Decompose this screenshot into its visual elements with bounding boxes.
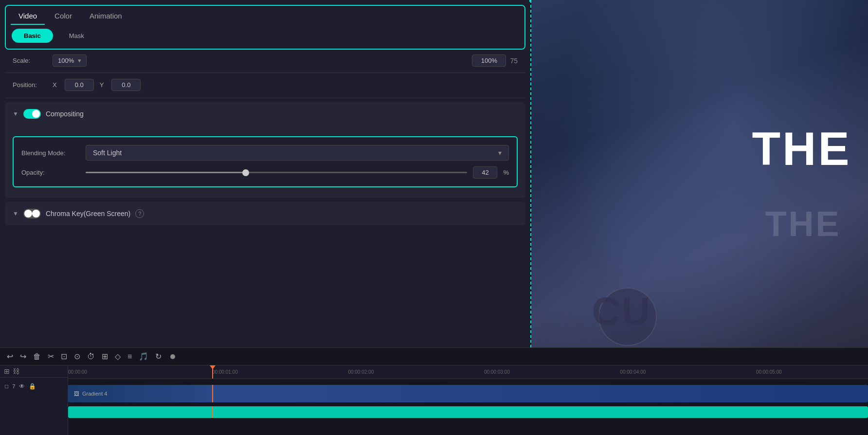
track-content: 🖼 Gradient 4 (68, 379, 868, 435)
blending-mode-label: Blending Mode: (21, 149, 80, 157)
track-labels: ⊞ ⛓ □ 7 👁 🔒 (0, 365, 68, 435)
timeline-ruler: 00:00:00 00:00:01:00 00:00:02:00 00:00:0… (68, 365, 868, 379)
add-layer-icon[interactable]: ⊞ (4, 367, 10, 375)
blending-mode-dropdown[interactable]: Soft Light ▾ (86, 145, 509, 161)
lock-icon[interactable]: 🔒 (29, 383, 36, 390)
timeline-content: ⊞ ⛓ □ 7 👁 🔒 00:00:00 00:00:01:00 00:00:0… (0, 365, 868, 435)
undo-icon[interactable]: ↩ (7, 352, 13, 361)
timeline-area: ↩ ↪ 🗑 ✂ ⊡ ⊙ ⏱ ⊞ ◇ ≡ 🎵 ↻ ⊞ ⛓ □ 7 👁 🔒 (0, 347, 868, 435)
time-marker-5: 00:00:05:00 (756, 369, 782, 375)
chroma-key-help[interactable]: ? (135, 209, 144, 218)
time-marker-1: 00:00:01:00 (212, 369, 238, 375)
position-row: Position: X 0.0 Y 0.0 (5, 74, 525, 96)
screen-icon[interactable]: ⊞ (102, 352, 108, 361)
preview-text-ghost: THE (765, 204, 841, 244)
compositing-chevron: ▼ (13, 110, 18, 117)
delete-icon[interactable]: 🗑 (33, 352, 41, 361)
layer-controls: ⊞ ⛓ (0, 365, 68, 378)
copy-icon[interactable]: ⊙ (74, 352, 80, 361)
opacity-slider[interactable] (86, 172, 467, 173)
diamond-icon[interactable]: ◇ (115, 352, 121, 361)
scale-value-box[interactable]: 100% (472, 54, 506, 67)
compositing-section: ▼ Compositing Blending Mode: Soft Light … (5, 102, 525, 198)
preview-area: CU THE THE (531, 0, 868, 407)
chroma-key-chevron: ▼ (13, 210, 18, 217)
gradient-track[interactable]: 🖼 Gradient 4 (68, 385, 868, 402)
redo-icon[interactable]: ↪ (20, 352, 26, 361)
preview-text-main: THE (752, 122, 851, 176)
tab-animation[interactable]: Animation (82, 9, 130, 25)
eye-icon[interactable]: 👁 (19, 383, 25, 390)
tab-video[interactable]: Video (11, 9, 45, 25)
time-marker-4: 00:00:04:00 (620, 369, 646, 375)
sub-tab-mask[interactable]: Mask (57, 29, 96, 43)
compositing-box: Blending Mode: Soft Light ▾ Opacity: (13, 136, 518, 187)
align-icon[interactable]: ≡ (127, 352, 132, 361)
x-axis-label: X (53, 81, 57, 89)
opacity-unit: % (503, 169, 509, 176)
chroma-key-section: ▼ Chroma Key(Green Screen) ? (5, 202, 525, 225)
playhead[interactable] (212, 365, 213, 379)
gradient-track-label: 🖼 Gradient 4 (74, 391, 107, 397)
playhead-triangle (210, 365, 216, 369)
compositing-toggle[interactable] (23, 109, 41, 119)
position-label: Position: (13, 81, 47, 89)
compositing-title: Compositing (46, 110, 84, 118)
crop-icon[interactable]: ⊡ (61, 352, 67, 361)
opacity-value[interactable]: 42 (473, 166, 497, 179)
blend-row: Blending Mode: Soft Light ▾ (21, 145, 509, 161)
scale-row: Scale: 100% ▾ 100% 75 (5, 50, 525, 72)
track-label-row: □ 7 👁 🔒 (0, 378, 68, 395)
teal-track-playhead (212, 406, 213, 418)
timeline-right: 00:00:00 00:00:01:00 00:00:02:00 00:00:0… (68, 365, 868, 435)
chroma-key-header[interactable]: ▼ Chroma Key(Green Screen) ? (5, 202, 525, 225)
position-x-input[interactable]: 0.0 (65, 79, 94, 91)
chroma-key-toggle[interactable] (23, 209, 41, 218)
preview-background: CU THE THE (531, 0, 868, 407)
teal-track[interactable] (68, 406, 868, 418)
scale-dropdown[interactable]: 100% ▾ (53, 54, 87, 67)
opacity-label: Opacity: (21, 169, 80, 176)
timeline-toolbar: ↩ ↪ 🗑 ✂ ⊡ ⊙ ⏱ ⊞ ◇ ≡ 🎵 ↻ (0, 348, 868, 365)
time-marker-0: 00:00:00 (68, 369, 87, 375)
preview-text-cu: CU (592, 289, 652, 334)
sub-tab-basic[interactable]: Basic (12, 29, 53, 43)
recording-dot (170, 354, 175, 359)
rotate-icon[interactable]: ↻ (155, 352, 162, 361)
tab-color[interactable]: Color (47, 9, 80, 25)
compositing-header[interactable]: ▼ Compositing (5, 102, 525, 126)
cut-icon[interactable]: ✂ (48, 352, 54, 361)
scale-label: Scale: (13, 57, 47, 64)
position-y-input[interactable]: 0.0 (111, 79, 141, 91)
y-axis-label: Y (100, 81, 104, 89)
track-playhead-line (212, 385, 213, 402)
time-marker-2: 00:00:02:00 (348, 369, 374, 375)
time-marker-3: 00:00:03:00 (484, 369, 510, 375)
chroma-key-title: Chroma Key(Green Screen) (46, 210, 130, 218)
link-icon[interactable]: ⛓ (13, 367, 19, 375)
clock-icon[interactable]: ⏱ (87, 352, 95, 361)
opacity-row: Opacity: 42 % (21, 166, 509, 179)
audio-icon[interactable]: 🎵 (139, 352, 148, 361)
